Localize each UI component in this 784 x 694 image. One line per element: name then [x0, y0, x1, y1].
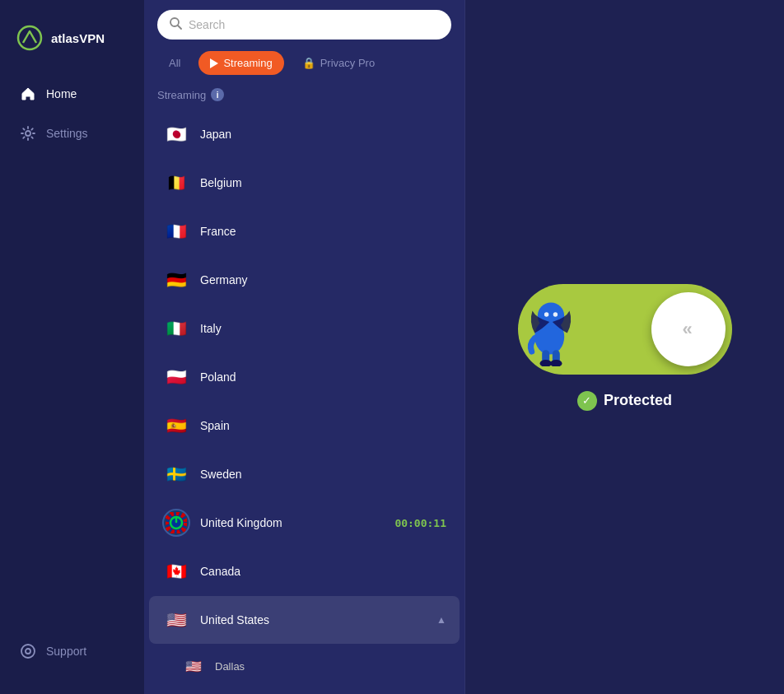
svg-point-2 — [21, 645, 35, 658]
list-item[interactable]: 🇵🇱 Poland — [149, 353, 460, 401]
settings-label: Settings — [46, 127, 88, 140]
country-name: Belgium — [200, 176, 446, 189]
list-item[interactable]: 🇩🇪 Germany — [149, 256, 460, 304]
country-name: Spain — [200, 419, 446, 432]
flag-uk — [162, 509, 190, 537]
flag-dallas: 🇺🇸 — [182, 654, 205, 678]
flag-japan: 🇯🇵 — [162, 120, 190, 148]
flag-belgium: 🇧🇪 — [162, 169, 190, 197]
tab-privacy-pro[interactable]: 🔒 Privacy Pro — [291, 51, 386, 75]
mascot-svg — [518, 292, 584, 366]
svg-point-16 — [539, 359, 551, 366]
flag-germany: 🇩🇪 — [162, 266, 190, 294]
country-name: United Kingdom — [200, 516, 385, 529]
vpn-toggle-container: « ✓ Protected — [518, 284, 732, 411]
protected-status: ✓ Protected — [577, 391, 672, 411]
search-icon — [169, 16, 182, 33]
list-item[interactable]: 🇫🇷 France — [149, 207, 460, 255]
flag-canada: 🇨🇦 — [162, 557, 190, 585]
svg-point-3 — [26, 649, 30, 654]
home-icon — [20, 86, 36, 102]
svg-point-1 — [26, 131, 30, 136]
country-list: 🇯🇵 Japan 🇧🇪 Belgium 🇫🇷 France 🇩🇪 Germany… — [144, 109, 464, 694]
vpn-toggle[interactable]: « — [518, 284, 732, 375]
list-item[interactable]: 🇧🇪 Belgium — [149, 159, 460, 207]
search-input[interactable] — [189, 18, 440, 31]
list-item[interactable]: 🇨🇦 Canada — [149, 547, 460, 595]
list-item[interactable]: 🇺🇸 Dallas — [149, 645, 460, 687]
list-item[interactable]: 🇺🇸 Las Vegas — [149, 688, 460, 694]
sidebar-support[interactable]: Support — [0, 633, 144, 678]
svg-line-5 — [178, 26, 181, 29]
city-name: Dallas — [215, 660, 245, 673]
section-label-text: Streaming — [157, 89, 206, 101]
atlasvpn-logo-icon — [16, 25, 43, 51]
support-icon — [20, 643, 36, 659]
streaming-play-icon — [210, 58, 218, 68]
country-name: Canada — [200, 565, 446, 578]
list-item[interactable]: United Kingdom 00:00:11 — [149, 499, 460, 547]
country-name: Italy — [200, 322, 446, 335]
sidebar-item-settings[interactable]: Settings — [8, 115, 136, 151]
home-label: Home — [46, 87, 77, 100]
sidebar: atlasVPN Home Settings — [0, 0, 144, 694]
flag-france: 🇫🇷 — [162, 217, 190, 245]
country-name: Poland — [200, 370, 446, 384]
country-name: Sweden — [200, 468, 446, 481]
country-name: United States — [200, 613, 427, 626]
settings-icon — [20, 125, 36, 142]
list-item[interactable]: 🇸🇪 Sweden — [149, 450, 460, 498]
sidebar-nav: Home Settings — [0, 76, 144, 633]
svg-point-13 — [553, 312, 557, 316]
tab-privacy-pro-label: Privacy Pro — [320, 57, 375, 69]
support-label: Support — [46, 645, 86, 658]
svg-point-0 — [18, 26, 41, 49]
app-name: atlasVPN — [51, 31, 105, 45]
svg-point-12 — [544, 312, 548, 316]
protected-label: Protected — [604, 392, 672, 409]
chevron-left-icon: « — [682, 319, 692, 340]
flag-italy: 🇮🇹 — [162, 314, 190, 342]
list-item[interactable]: 🇺🇸 United States ▲ — [149, 596, 460, 644]
tabs-row: All Streaming 🔒 Privacy Pro — [144, 48, 464, 85]
right-panel: « ✓ Protected — [465, 0, 784, 694]
section-label: Streaming i — [144, 85, 464, 109]
flag-spain: 🇪🇸 — [162, 412, 190, 440]
country-name: France — [200, 225, 446, 238]
protected-check-icon: ✓ — [577, 391, 597, 411]
locations-panel: All Streaming 🔒 Privacy Pro Streaming i … — [144, 0, 465, 694]
connection-timer: 00:00:11 — [394, 517, 446, 529]
tab-all-label: All — [169, 57, 180, 69]
app-logo: atlasVPN — [0, 16, 144, 76]
vpn-toggle-thumb[interactable]: « — [651, 292, 726, 366]
flag-us: 🇺🇸 — [162, 606, 190, 634]
chevron-up-icon: ▲ — [436, 614, 446, 626]
info-icon[interactable]: i — [211, 88, 224, 101]
list-item[interactable]: 🇪🇸 Spain — [149, 402, 460, 449]
tab-all[interactable]: All — [157, 51, 192, 75]
svg-point-17 — [550, 359, 562, 366]
country-name: Japan — [200, 128, 446, 141]
sidebar-item-support[interactable]: Support — [8, 633, 136, 669]
sidebar-item-home[interactable]: Home — [8, 76, 136, 112]
list-item[interactable]: 🇮🇹 Italy — [149, 305, 460, 352]
tab-streaming-label: Streaming — [223, 57, 272, 69]
tab-streaming[interactable]: Streaming — [198, 51, 283, 75]
lock-icon: 🔒 — [302, 57, 315, 69]
list-item[interactable]: 🇯🇵 Japan — [149, 110, 460, 158]
country-name: Germany — [200, 273, 446, 286]
search-container — [144, 0, 464, 48]
search-bar — [157, 10, 451, 40]
flag-sweden: 🇸🇪 — [162, 460, 190, 488]
flag-poland: 🇵🇱 — [162, 363, 190, 391]
